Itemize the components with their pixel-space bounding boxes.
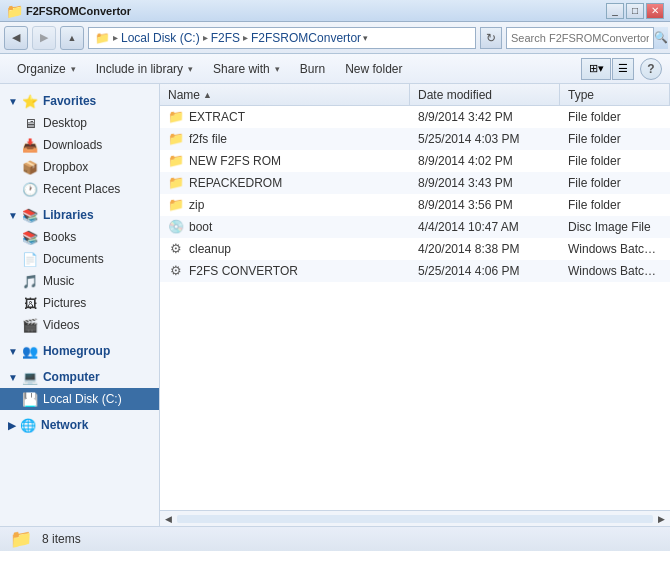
view-list-button[interactable]: ☰	[612, 58, 634, 80]
computer-header[interactable]: ▼ 💻 Computer	[0, 366, 159, 388]
sidebar-item-pictures[interactable]: 🖼 Pictures	[0, 292, 159, 314]
search-button[interactable]: 🔍	[653, 27, 668, 49]
forward-button[interactable]: ▶	[32, 26, 56, 50]
recent-icon: 🕐	[22, 181, 38, 197]
close-button[interactable]: ✕	[646, 3, 664, 19]
libraries-collapse: ▼	[8, 210, 18, 221]
breadcrumb-f2fs[interactable]: F2FS	[211, 31, 240, 45]
favorites-icon: ⭐	[22, 93, 38, 109]
documents-icon: 📄	[22, 251, 38, 267]
file-name: F2FS CONVERTOR	[189, 264, 298, 278]
organize-button[interactable]: Organize ▾	[8, 57, 85, 81]
breadcrumb-convertor[interactable]: F2FSROMConvertor	[251, 31, 361, 45]
homegroup-section: ▼ 👥 Homegroup	[0, 340, 159, 362]
column-name-header[interactable]: Name ▲	[160, 84, 410, 105]
file-type-cell: Disc Image File	[560, 220, 670, 234]
refresh-button[interactable]: ↻	[480, 27, 502, 49]
file-name: zip	[189, 198, 204, 212]
new-folder-button[interactable]: New folder	[336, 57, 411, 81]
col-name-label: Name	[168, 88, 200, 102]
organize-arrow: ▾	[71, 64, 76, 74]
help-button[interactable]: ?	[640, 58, 662, 80]
breadcrumb-local-disk[interactable]: Local Disk (C:)	[121, 31, 200, 45]
file-name: boot	[189, 220, 212, 234]
file-icon: 📁	[168, 131, 184, 147]
homegroup-header[interactable]: ▼ 👥 Homegroup	[0, 340, 159, 362]
main-area: ▼ ⭐ Favorites 🖥 Desktop 📥 Downloads 📦 Dr…	[0, 84, 670, 526]
downloads-label: Downloads	[43, 138, 102, 152]
libraries-header[interactable]: ▼ 📚 Libraries	[0, 204, 159, 226]
sidebar-item-books[interactable]: 📚 Books	[0, 226, 159, 248]
minimize-button[interactable]: _	[606, 3, 624, 19]
file-icon: 📁	[168, 109, 184, 125]
window-title: F2FSROMConvertor	[26, 5, 606, 17]
share-label: Share with	[213, 62, 270, 76]
network-collapse: ▶	[8, 420, 16, 431]
network-label: Network	[41, 418, 88, 432]
burn-label: Burn	[300, 62, 325, 76]
back-button[interactable]: ◀	[4, 26, 28, 50]
file-name-cell: 📁 NEW F2FS ROM	[160, 153, 410, 169]
favorites-header[interactable]: ▼ ⭐ Favorites	[0, 90, 159, 112]
file-date-cell: 8/9/2014 4:02 PM	[410, 154, 560, 168]
maximize-button[interactable]: □	[626, 3, 644, 19]
file-date-cell: 5/25/2014 4:06 PM	[410, 264, 560, 278]
network-header[interactable]: ▶ 🌐 Network	[0, 414, 159, 436]
toolbar: Organize ▾ Include in library ▾ Share wi…	[0, 54, 670, 84]
address-path[interactable]: 📁 ▸ Local Disk (C:) ▸ F2FS ▸ F2FSROMConv…	[88, 27, 476, 49]
scroll-track[interactable]	[177, 515, 653, 523]
table-row[interactable]: ⚙ cleanup 4/20/2014 8:38 PM Windows Batc…	[160, 238, 670, 260]
table-row[interactable]: 💿 boot 4/4/2014 10:47 AM Disc Image File	[160, 216, 670, 238]
col-type-label: Type	[568, 88, 594, 102]
app-icon: 📁	[6, 3, 22, 19]
libraries-icon: 📚	[22, 207, 38, 223]
file-type-cell: File folder	[560, 176, 670, 190]
sidebar-item-videos[interactable]: 🎬 Videos	[0, 314, 159, 336]
file-icon: 📁	[168, 197, 184, 213]
videos-icon: 🎬	[22, 317, 38, 333]
table-row[interactable]: 📁 zip 8/9/2014 3:56 PM File folder	[160, 194, 670, 216]
search-input[interactable]	[507, 32, 653, 44]
table-row[interactable]: 📁 f2fs file 5/25/2014 4:03 PM File folde…	[160, 128, 670, 150]
burn-button[interactable]: Burn	[291, 57, 334, 81]
network-icon: 🌐	[20, 417, 36, 433]
file-date-cell: 4/20/2014 8:38 PM	[410, 242, 560, 256]
file-type-cell: Windows Batch File	[560, 242, 670, 256]
include-label: Include in library	[96, 62, 183, 76]
share-with-button[interactable]: Share with ▾	[204, 57, 289, 81]
column-type-header[interactable]: Type	[560, 84, 670, 105]
file-type-cell: Windows Batch File	[560, 264, 670, 278]
file-name-cell: ⚙ cleanup	[160, 241, 410, 257]
table-row[interactable]: 📁 REPACKEDROM 8/9/2014 3:43 PM File fold…	[160, 172, 670, 194]
sidebar-item-local-disk[interactable]: 💾 Local Disk (C:)	[0, 388, 159, 410]
file-date-cell: 4/4/2014 10:47 AM	[410, 220, 560, 234]
network-section: ▶ 🌐 Network	[0, 414, 159, 436]
file-icon: 📁	[168, 153, 184, 169]
include-arrow: ▾	[188, 64, 193, 74]
table-row[interactable]: 📁 EXTRACT 8/9/2014 3:42 PM File folder	[160, 106, 670, 128]
file-name: EXTRACT	[189, 110, 245, 124]
sidebar-item-recent-places[interactable]: 🕐 Recent Places	[0, 178, 159, 200]
table-row[interactable]: ⚙ F2FS CONVERTOR 5/25/2014 4:06 PM Windo…	[160, 260, 670, 282]
status-folder-icon: 📁	[10, 528, 32, 550]
sidebar-item-downloads[interactable]: 📥 Downloads	[0, 134, 159, 156]
videos-label: Videos	[43, 318, 79, 332]
sort-arrow: ▲	[203, 90, 212, 100]
file-type-cell: File folder	[560, 198, 670, 212]
up-button[interactable]: ▲	[60, 26, 84, 50]
horizontal-scrollbar[interactable]: ◀ ▶	[160, 510, 670, 526]
column-date-header[interactable]: Date modified	[410, 84, 560, 105]
include-in-library-button[interactable]: Include in library ▾	[87, 57, 202, 81]
view-extra-button[interactable]: ⊞▾	[581, 58, 611, 80]
scroll-right-arrow[interactable]: ▶	[655, 514, 668, 524]
sidebar-item-dropbox[interactable]: 📦 Dropbox	[0, 156, 159, 178]
content-area: Name ▲ Date modified Type 📁 EXTRACT 8/9/…	[160, 84, 670, 526]
computer-icon: 💻	[22, 369, 38, 385]
sidebar-item-documents[interactable]: 📄 Documents	[0, 248, 159, 270]
sidebar-item-music[interactable]: 🎵 Music	[0, 270, 159, 292]
scroll-left-arrow[interactable]: ◀	[162, 514, 175, 524]
file-name: f2fs file	[189, 132, 227, 146]
table-row[interactable]: 📁 NEW F2FS ROM 8/9/2014 4:02 PM File fol…	[160, 150, 670, 172]
file-name-cell: 💿 boot	[160, 219, 410, 235]
sidebar-item-desktop[interactable]: 🖥 Desktop	[0, 112, 159, 134]
